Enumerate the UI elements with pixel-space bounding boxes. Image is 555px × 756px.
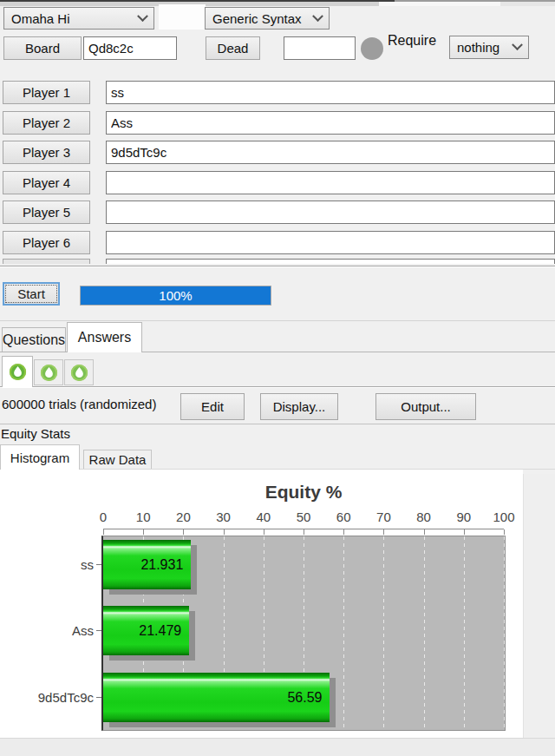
equity-bar: 21.479 [103, 606, 189, 655]
require-value: nothing [457, 40, 500, 55]
start-button-label: Start [17, 286, 45, 301]
player-3-input[interactable] [106, 141, 555, 164]
player-2-input[interactable] [106, 111, 555, 135]
x-tick-label: 50 [297, 509, 311, 524]
separator-highlight [0, 387, 555, 388]
tab-questions-label: Questions [3, 332, 65, 348]
toolbar-gap [159, 4, 206, 30]
result-tab-3[interactable] [64, 359, 94, 385]
chevron-down-icon [312, 10, 323, 22]
odds-oracle-window: Omaha Hi Generic Syntax Board Dead Requi… [0, 0, 555, 756]
x-tick-label: 60 [336, 509, 351, 524]
bar-row: 9d5dTc9c56.59 [0, 673, 330, 722]
bar-row: ss21.931 [0, 540, 191, 589]
display-button-label: Display... [273, 399, 326, 414]
player-row-clipped-button [3, 259, 90, 264]
x-tick-mark [103, 529, 104, 535]
output-button-label: Output... [401, 399, 451, 414]
top-strip-highlight [379, 2, 500, 6]
chart-title: Equity % [101, 482, 506, 503]
bar-value-label: 56.59 [287, 673, 322, 722]
player-6-input[interactable] [106, 231, 555, 254]
bar-value-label: 21.479 [139, 606, 181, 655]
category-label: 9d5dTc9c [0, 690, 94, 705]
x-tick-mark [143, 529, 144, 535]
equity-bar: 21.931 [103, 540, 191, 589]
dead-button[interactable]: Dead [206, 36, 260, 60]
require-select[interactable]: nothing [449, 36, 529, 59]
start-button[interactable]: Start [3, 282, 60, 306]
green-pod-icon [9, 363, 27, 381]
x-tick-label: 70 [376, 509, 391, 524]
tab-histogram[interactable]: Histogram [0, 444, 80, 470]
board-input[interactable] [83, 36, 177, 60]
chevron-down-icon [137, 10, 148, 22]
dead-button-label: Dead [218, 41, 249, 56]
edit-button-label: Edit [201, 399, 224, 414]
x-tick-label: 30 [216, 509, 231, 524]
board-button[interactable]: Board [3, 36, 82, 60]
bar-value-label: 21.931 [140, 540, 183, 589]
result-tab-2[interactable] [34, 359, 63, 385]
player-5-button[interactable]: Player 5 [3, 201, 90, 224]
trials-status: 600000 trials (randomized) [2, 397, 156, 411]
game-type-value: Omaha Hi [11, 11, 70, 26]
edit-button[interactable]: Edit [180, 393, 245, 420]
player-5-input[interactable] [106, 201, 555, 224]
x-tick-mark [264, 529, 264, 535]
x-tick-mark [504, 529, 505, 535]
board-button-label: Board [25, 41, 60, 56]
x-tick-mark [304, 529, 304, 535]
output-button[interactable]: Output... [375, 393, 476, 420]
chart-bars: ss21.931Ass21.4799d5dTc9c56.59 [0, 536, 523, 731]
player-6-button[interactable]: Player 6 [3, 231, 90, 254]
player-4-input[interactable] [106, 171, 555, 194]
tab-answers-label: Answers [78, 330, 131, 345]
x-axis-labels: 0102030405060708090100 [103, 509, 504, 525]
right-gutter [523, 474, 555, 756]
player-row-clipped-field [106, 259, 555, 264]
x-tick-mark [464, 529, 465, 535]
x-tick-label: 10 [136, 509, 151, 524]
x-tick-label: 80 [416, 509, 431, 524]
display-button[interactable]: Display... [260, 393, 338, 420]
x-tick-mark [224, 529, 225, 535]
result-tab-1[interactable] [2, 356, 33, 387]
player-3-button[interactable]: Player 3 [3, 141, 90, 164]
x-tick-label: 40 [256, 509, 271, 524]
dead-input[interactable] [284, 36, 356, 60]
chevron-down-icon [512, 39, 523, 50]
game-type-select[interactable]: Omaha Hi [3, 7, 154, 30]
x-tick-label: 0 [100, 509, 107, 524]
tab-answers[interactable]: Answers [67, 322, 142, 352]
equity-bar: 56.59 [103, 673, 330, 722]
separator-highlight [0, 266, 555, 267]
category-label: Ass [0, 623, 94, 638]
player-1-button[interactable]: Player 1 [3, 81, 90, 104]
y-tick-mark [96, 564, 101, 565]
y-tick-mark [96, 630, 101, 631]
separator [0, 424, 555, 424]
top-strip-right [500, 2, 555, 6]
syntax-value: Generic Syntax [212, 11, 302, 26]
x-tick-label: 90 [456, 509, 471, 524]
require-label: Require [388, 33, 448, 50]
green-pod-icon [70, 364, 88, 382]
x-tick-mark [183, 529, 184, 535]
syntax-select[interactable]: Generic Syntax [205, 7, 330, 30]
tab-questions[interactable]: Questions [2, 327, 66, 352]
player-4-button[interactable]: Player 4 [3, 171, 90, 194]
tab-raw-data-label: Raw Data [89, 452, 147, 467]
progress-bar: 100% [80, 286, 271, 306]
x-tick-label: 100 [493, 509, 514, 524]
progress-text: 100% [81, 286, 271, 305]
tab-raw-data[interactable]: Raw Data [83, 450, 152, 469]
x-tick-mark [383, 529, 384, 535]
equity-stats-heading: Equity Stats [1, 426, 70, 441]
bottom-gutter [0, 738, 555, 756]
player-2-button[interactable]: Player 2 [3, 111, 90, 135]
player-1-input[interactable] [106, 81, 555, 104]
y-tick-mark [96, 697, 101, 698]
x-tick-mark [424, 529, 425, 535]
separator [0, 320, 555, 321]
